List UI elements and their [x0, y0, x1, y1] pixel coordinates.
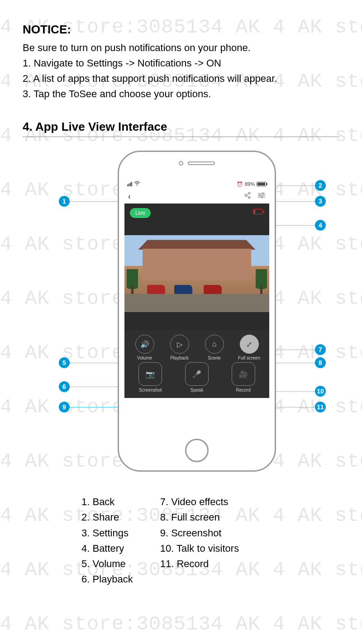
volume-label: Volume	[137, 355, 152, 360]
fullscreen-control: ⤢Full screen	[233, 335, 265, 360]
screenshot-button[interactable]: 📷	[138, 362, 162, 386]
legend-item: 8. Full screen	[160, 510, 239, 525]
notice-intro: Be sure to turn on push notifications on…	[23, 40, 339, 56]
fullscreen-button[interactable]: ⤢	[240, 335, 259, 354]
callout-num: 1	[59, 196, 70, 207]
svg-point-2	[245, 194, 247, 196]
share-icon[interactable]	[244, 192, 251, 201]
callout-num: 7	[315, 344, 326, 355]
callout-num: 9	[59, 402, 70, 412]
callout-num: 4	[315, 220, 326, 231]
battery-icon	[257, 182, 267, 186]
callout-1: 1	[59, 196, 124, 207]
device-battery-icon	[253, 209, 263, 214]
callout-num: 8	[315, 357, 326, 368]
record-label: Record	[236, 388, 251, 393]
phone-diagram: 1 5 6 9 2 3 4 7 8 10 11	[23, 151, 339, 494]
speak-button[interactable]: 🎤	[185, 362, 209, 386]
callout-legend: 1. Back2. Share3. Settings4. Battery5. V…	[81, 494, 339, 587]
volume-button[interactable]: 🔊	[135, 335, 154, 354]
section-divider	[23, 137, 339, 137]
legend-item: 7. Video effects	[160, 494, 239, 510]
camera-feed-image	[124, 235, 269, 312]
signal-icon	[127, 182, 132, 186]
settings-sliders-icon[interactable]	[257, 192, 266, 200]
callout-num: 2	[315, 180, 326, 191]
scene-label: Scene	[208, 355, 220, 360]
notice-step-3: 3. Tap the ToSee and choose your options…	[23, 86, 339, 102]
controls-panel: 🔊Volume▷Playback⌂Scene⤢Full screen 📷Scre…	[124, 330, 269, 398]
notice-heading: NOTICE:	[23, 23, 339, 37]
alarm-icon: ⏰	[237, 181, 243, 187]
phone-frame: ⏰ 89% ‹	[118, 151, 276, 472]
speak-control: 🎤Speak	[181, 362, 213, 393]
notice-step-1: 1. Navigate to Settings -> Notifications…	[23, 56, 339, 71]
scene-control: ⌂Scene	[199, 335, 230, 360]
back-button[interactable]: ‹	[128, 192, 131, 201]
playback-label: Playback	[170, 355, 189, 360]
svg-line-5	[247, 196, 249, 197]
legend-item: 3. Settings	[81, 526, 133, 541]
svg-point-3	[248, 197, 250, 199]
legend-item: 4. Battery	[81, 541, 133, 556]
phone-screen: ⏰ 89% ‹	[124, 179, 269, 432]
notice-body: Be sure to turn on push notifications on…	[23, 40, 339, 102]
phone-earpiece	[179, 161, 215, 166]
svg-point-7	[262, 193, 264, 195]
legend-item: 11. Record	[160, 556, 239, 572]
svg-point-9	[259, 195, 261, 197]
legend-item: 5. Volume	[81, 556, 133, 572]
svg-line-4	[247, 194, 249, 195]
live-badge: Live	[130, 208, 151, 218]
callout-num: 5	[59, 357, 70, 368]
svg-point-11	[261, 197, 263, 199]
scene-button[interactable]: ⌂	[205, 335, 224, 354]
playback-control: ▷Playback	[164, 335, 195, 360]
svg-point-0	[137, 185, 138, 186]
fullscreen-label: Full screen	[238, 355, 260, 360]
home-button-icon	[185, 439, 209, 462]
callout-num: 10	[315, 386, 326, 397]
callout-num: 3	[315, 196, 326, 207]
playback-button[interactable]: ▷	[170, 335, 189, 354]
screenshot-label: Screenshot	[139, 388, 162, 393]
app-nav-bar: ‹	[124, 189, 269, 204]
section-title: 4. App Live View Interface	[23, 120, 339, 134]
legend-item: 9. Screenshot	[160, 526, 239, 541]
volume-control: 🔊Volume	[129, 335, 161, 360]
record-control: 🎥Record	[228, 362, 259, 393]
legend-item: 10. Talk to visitors	[160, 541, 239, 556]
screenshot-control: 📷Screenshot	[134, 362, 166, 393]
record-button[interactable]: 🎥	[232, 362, 255, 386]
status-bar: ⏰ 89%	[124, 179, 269, 189]
callout-num: 6	[59, 381, 70, 392]
battery-percent: 89%	[245, 181, 255, 187]
svg-point-1	[248, 192, 250, 194]
callout-num: 11	[315, 402, 326, 412]
wifi-icon	[134, 181, 140, 187]
legend-item: 6. Playback	[81, 572, 133, 587]
legend-item: 2. Share	[81, 510, 133, 525]
legend-item: 1. Back	[81, 494, 133, 510]
notice-step-2: 2. A list of apps that support push noti…	[23, 71, 339, 86]
live-video-area: Live	[124, 204, 269, 330]
speak-label: Speak	[191, 388, 203, 393]
